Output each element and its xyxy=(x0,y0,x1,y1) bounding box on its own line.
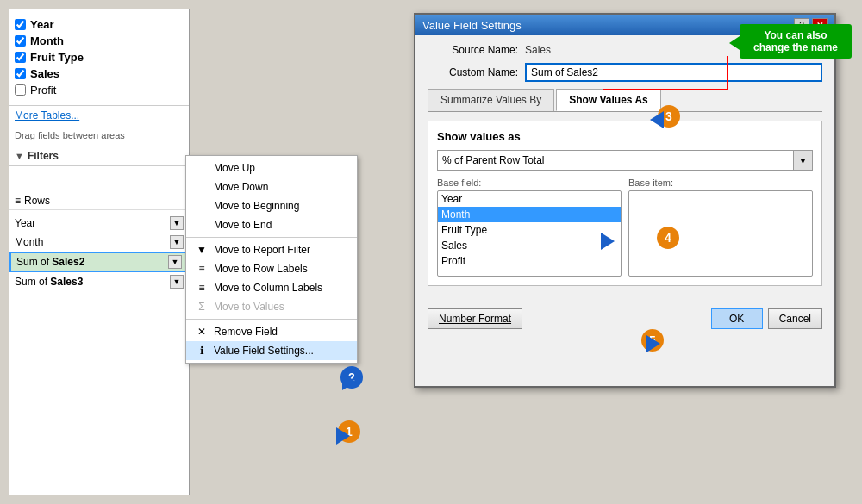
menu-item-icon-8: Σ xyxy=(195,301,209,313)
ok-button[interactable]: OK xyxy=(711,308,763,329)
menu-item-value-field-settings[interactable]: ℹValue Field Settings... xyxy=(186,341,357,360)
field-list-section: YearMonthFruit TypeSalesProfit xyxy=(9,9,189,106)
menu-item-label-0: Move Up xyxy=(214,162,255,174)
base-item-list[interactable] xyxy=(628,190,813,277)
menu-item-label-3: Move to End xyxy=(214,219,272,231)
arrow-to-context xyxy=(342,373,356,390)
field-checkbox-profit[interactable] xyxy=(15,84,26,96)
menu-item-label-6: Move to Row Labels xyxy=(214,263,308,275)
menu-item-icon-7: ≡ xyxy=(195,282,209,294)
menu-item-move-to-column-labels[interactable]: ≡Move to Column Labels xyxy=(186,278,357,297)
dialog-body: Source Name: Sales Custom Name: Summariz… xyxy=(415,35,834,302)
menu-item-move-to-end[interactable]: Move to End xyxy=(186,215,357,234)
filters-section: ▼ Filters xyxy=(9,146,189,166)
sum-row-arrow-0[interactable]: ▼ xyxy=(168,255,182,269)
pivot-field-list: YearMonthFruit TypeSalesProfit More Tabl… xyxy=(9,9,190,495)
sum-row-arrow-1[interactable]: ▼ xyxy=(170,275,184,289)
menu-item-move-down[interactable]: Move Down xyxy=(186,177,357,196)
menu-item-label-7: Move to Column Labels xyxy=(214,282,322,294)
number-format-button[interactable]: Number Format xyxy=(428,308,522,329)
value-field-settings-dialog: Value Field Settings ? ✕ Source Name: Sa… xyxy=(414,13,836,388)
filter-icon: ▼ xyxy=(15,151,24,161)
base-field-column: Base field: YearMonthFruit TypeSalesProf… xyxy=(437,177,622,277)
field-checkbox-year[interactable] xyxy=(15,19,26,30)
base-fields-row: Base field: YearMonthFruit TypeSalesProf… xyxy=(437,177,813,277)
cancel-button[interactable]: Cancel xyxy=(768,308,822,329)
base-item-label: Base item: xyxy=(628,177,813,188)
field-item-profit: Profit xyxy=(15,82,184,98)
show-values-section: Show values as ▼ Base field: YearMonthFr… xyxy=(428,121,822,286)
custom-name-input[interactable] xyxy=(525,63,822,82)
show-values-title: Show values as xyxy=(437,130,813,143)
menu-item-move-to-beginning[interactable]: Move to Beginning xyxy=(186,196,357,215)
red-connector-line xyxy=(727,56,728,90)
arrow-to-ok xyxy=(646,335,660,352)
menu-item-icon-6: ≡ xyxy=(195,263,209,275)
more-tables-link[interactable]: More Tables... xyxy=(9,106,189,125)
row-item-arrow-year[interactable]: ▼ xyxy=(170,216,184,230)
field-label-fruit-type: Fruit Type xyxy=(30,51,84,64)
menu-item-label-5: Move to Report Filter xyxy=(214,244,310,256)
menu-item-move-to-values: ΣMove to Values xyxy=(186,297,357,316)
menu-item-label-8: Move to Values xyxy=(214,301,284,313)
sum-row-0[interactable]: Sum of Sales2▼ xyxy=(9,252,189,272)
base-field-option-profit: Profit xyxy=(438,253,621,269)
sum-row-label-0: Sum of Sales2 xyxy=(16,256,84,268)
menu-item-label-2: Move to Beginning xyxy=(214,200,299,212)
base-field-option-sales: Sales xyxy=(438,238,621,253)
tab-summarize-values-by[interactable]: Summarize Values By xyxy=(428,89,554,111)
dropdown-arrow-icon[interactable]: ▼ xyxy=(794,150,813,171)
base-field-option-year: Year xyxy=(438,191,621,207)
base-field-list[interactable]: YearMonthFruit TypeSalesProfit xyxy=(437,190,622,277)
tab-row: Summarize Values ByShow Values As xyxy=(428,89,822,112)
menu-separator-9 xyxy=(186,319,357,320)
footer-right: OK Cancel xyxy=(711,308,822,329)
menu-item-move-to-report-filter[interactable]: ▼Move to Report Filter xyxy=(186,240,357,259)
drag-hint: Drag fields between areas xyxy=(9,125,189,146)
rows-section: Year▼Month▼Sum of Sales2▼Sum of Sales3▼ xyxy=(9,210,189,295)
field-item-sales: Sales xyxy=(15,65,184,82)
rows-label: Rows xyxy=(24,195,50,207)
field-label-month: Month xyxy=(30,34,64,47)
callout-annotation: You can also change the name xyxy=(740,24,852,59)
field-checkbox-sales[interactable] xyxy=(15,68,26,79)
field-item-fruit-type: Fruit Type xyxy=(15,49,184,65)
show-values-dropdown[interactable] xyxy=(437,150,794,171)
tab-show-values-as[interactable]: Show Values As xyxy=(556,89,661,111)
arrow-to-month xyxy=(601,233,615,250)
field-item-month: Month xyxy=(15,33,184,49)
footer-left: Number Format xyxy=(428,308,522,329)
field-item-year: Year xyxy=(15,16,184,33)
field-checkbox-fruit-type[interactable] xyxy=(15,52,26,63)
menu-item-icon-10: ✕ xyxy=(195,326,209,338)
dialog-title: Value Field Settings xyxy=(422,19,522,32)
rows-icon: ≡ xyxy=(15,195,21,207)
field-label-year: Year xyxy=(30,18,53,31)
field-label-sales: Sales xyxy=(30,67,59,80)
menu-item-label-1: Move Down xyxy=(214,181,268,193)
source-name-value: Sales xyxy=(525,44,551,56)
menu-item-remove-field[interactable]: ✕Remove Field xyxy=(186,322,357,341)
menu-item-icon-5: ▼ xyxy=(195,244,209,256)
sum-row-label-1: Sum of Sales3 xyxy=(15,276,83,288)
filters-label: Filters xyxy=(28,150,59,162)
field-label-profit: Profit xyxy=(30,84,56,96)
source-name-label: Source Name: xyxy=(428,44,518,56)
show-values-dropdown-row: ▼ xyxy=(437,150,813,171)
menu-item-move-up[interactable]: Move Up xyxy=(186,159,357,177)
context-menu: Move UpMove DownMove to BeginningMove to… xyxy=(185,155,358,364)
row-item-month: Month▼ xyxy=(9,233,189,252)
row-item-label-month: Month xyxy=(15,236,170,248)
custom-name-row: Custom Name: xyxy=(428,63,822,82)
base-field-label: Base field: xyxy=(437,177,622,188)
field-checkbox-month[interactable] xyxy=(15,35,26,47)
row-item-year: Year▼ xyxy=(9,214,189,233)
row-item-arrow-month[interactable]: ▼ xyxy=(170,235,184,249)
base-field-option-month: Month xyxy=(438,207,621,222)
menu-item-move-to-row-labels[interactable]: ≡Move to Row Labels xyxy=(186,259,357,278)
rows-section-header: ≡ Rows xyxy=(9,192,189,210)
annotation-4: 4 xyxy=(657,227,679,249)
sum-row-1[interactable]: Sum of Sales3▼ xyxy=(9,272,189,291)
menu-separator-4 xyxy=(186,237,357,238)
red-connector-line2 xyxy=(603,89,728,90)
